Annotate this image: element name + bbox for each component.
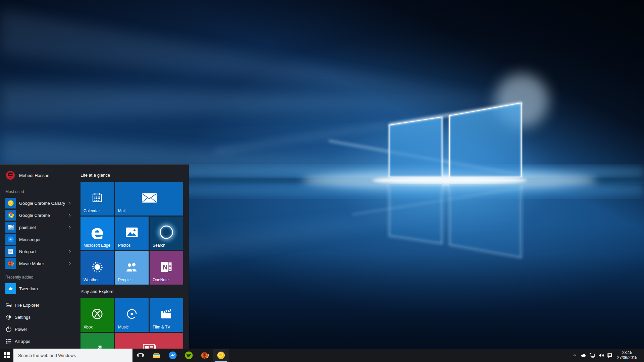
system-tray: 23:15 27/06/2015 bbox=[571, 349, 644, 362]
start-menu-tile-area: Life at a glance bbox=[77, 165, 189, 349]
chevron-right-icon[interactable] bbox=[68, 249, 71, 253]
tile-label: Calendar bbox=[84, 208, 100, 213]
tile-label: Photos bbox=[118, 243, 130, 248]
taskbar-icon-spotify[interactable] bbox=[181, 349, 197, 362]
edge-icon: e bbox=[91, 223, 104, 242]
tile-search[interactable]: Search bbox=[150, 217, 183, 250]
chrome-icon bbox=[5, 210, 16, 221]
film-tv-icon bbox=[160, 308, 173, 320]
taskbar-search[interactable] bbox=[13, 349, 132, 362]
tile-calendar[interactable]: Calendar bbox=[80, 182, 114, 216]
app-label: Messenger bbox=[19, 237, 41, 242]
tile-film-and-tv[interactable]: Film & TV bbox=[150, 298, 183, 332]
file-explorer-folder-icon bbox=[152, 351, 161, 360]
tile-weather[interactable]: Weather bbox=[80, 251, 114, 285]
movie-maker-icon bbox=[201, 351, 209, 360]
notepad-icon bbox=[5, 246, 16, 257]
task-view-button[interactable] bbox=[132, 349, 149, 362]
tile-label: People bbox=[118, 278, 130, 282]
start-item-all-apps[interactable]: All apps bbox=[0, 335, 77, 347]
most-used-label: Most used bbox=[5, 189, 77, 194]
taskbar-icon-movie-maker[interactable] bbox=[197, 349, 213, 362]
tile-photos[interactable]: Photos bbox=[115, 217, 149, 250]
app-label: Movie Maker bbox=[19, 261, 44, 266]
app-item-messenger[interactable]: Messenger bbox=[0, 233, 77, 245]
desktop: Mehedi Hassan Most used Google Chrome Ca… bbox=[0, 0, 644, 362]
partial-tile-news[interactable] bbox=[115, 333, 183, 349]
volume-icon[interactable] bbox=[597, 349, 605, 362]
clock-date: 27/06/2015 bbox=[617, 355, 637, 360]
chevron-right-icon[interactable] bbox=[68, 201, 71, 205]
xbox-icon bbox=[90, 307, 104, 321]
start-item-power[interactable]: Power bbox=[0, 323, 77, 335]
news-icon bbox=[142, 343, 157, 349]
show-desktop-button[interactable] bbox=[642, 349, 644, 362]
tile-xbox[interactable]: Xbox bbox=[80, 298, 114, 332]
file-explorer-icon bbox=[5, 302, 12, 308]
app-label: Google Chrome Canary bbox=[19, 201, 65, 206]
tile-onenote[interactable]: N OneNote bbox=[150, 251, 183, 285]
settings-icon bbox=[5, 314, 12, 320]
app-item-paintnet[interactable]: paint.net bbox=[0, 221, 77, 233]
search-ring-icon bbox=[160, 226, 173, 239]
user-profile[interactable]: Mehedi Hassan bbox=[6, 170, 77, 181]
tile-group-label: Play and Explore bbox=[80, 289, 189, 294]
start-menu-left-column: Mehedi Hassan Most used Google Chrome Ca… bbox=[0, 165, 77, 349]
start-button[interactable] bbox=[0, 349, 13, 362]
app-item-google-chrome-canary[interactable]: Google Chrome Canary bbox=[0, 197, 77, 209]
start-item-file-explorer[interactable]: File Explorer bbox=[0, 299, 77, 311]
task-view-icon bbox=[136, 351, 145, 360]
recently-added-label: Recently added bbox=[5, 275, 77, 280]
action-center-icon[interactable] bbox=[605, 349, 614, 362]
messenger-icon bbox=[5, 234, 16, 245]
power-icon bbox=[5, 326, 12, 333]
chrome-canary-icon bbox=[217, 351, 225, 360]
mail-icon bbox=[142, 192, 157, 203]
network-icon[interactable] bbox=[588, 349, 597, 362]
app-label: Google Chrome bbox=[19, 213, 50, 218]
taskbar-clock[interactable]: 23:15 27/06/2015 bbox=[614, 349, 640, 362]
paintnet-icon bbox=[5, 222, 16, 233]
tray-separator bbox=[641, 351, 641, 360]
user-name: Mehedi Hassan bbox=[19, 173, 49, 178]
search-input[interactable] bbox=[13, 349, 132, 362]
app-item-google-chrome[interactable]: Google Chrome bbox=[0, 209, 77, 221]
start-item-label: Power bbox=[15, 327, 27, 332]
app-item-notepad[interactable]: Notepad bbox=[0, 245, 77, 257]
people-icon bbox=[124, 261, 139, 273]
svg-text:N: N bbox=[163, 263, 167, 271]
taskbar: 23:15 27/06/2015 bbox=[0, 349, 644, 362]
tile-microsoft-edge[interactable]: e Microsoft Edge bbox=[80, 217, 114, 250]
tile-music[interactable]: Music bbox=[115, 298, 149, 332]
partial-tile-stock-chart[interactable] bbox=[80, 333, 114, 349]
tile-label: Mail bbox=[118, 208, 125, 213]
windows-logo-icon bbox=[4, 352, 10, 358]
taskbar-icon-file-explorer[interactable] bbox=[149, 349, 165, 362]
start-menu: Mehedi Hassan Most used Google Chrome Ca… bbox=[0, 164, 189, 349]
start-item-label: File Explorer bbox=[15, 303, 39, 308]
tray-chevron-up-icon[interactable] bbox=[571, 349, 579, 362]
spotify-icon bbox=[184, 351, 193, 360]
tile-label: Xbox bbox=[84, 325, 93, 329]
tile-mail[interactable]: Mail bbox=[115, 182, 183, 216]
most-used-list: Google Chrome Canary bbox=[0, 197, 77, 269]
tile-label: Music bbox=[118, 325, 128, 329]
tile-people[interactable]: People bbox=[115, 251, 149, 285]
app-item-tweetium[interactable]: Tweetium bbox=[0, 283, 77, 295]
taskbar-icon-messenger[interactable] bbox=[165, 349, 181, 362]
tile-label: Microsoft Edge bbox=[84, 243, 110, 248]
recently-added-list: Tweetium bbox=[0, 283, 77, 295]
start-item-label: Settings bbox=[15, 315, 31, 320]
user-avatar bbox=[6, 171, 15, 180]
start-item-settings[interactable]: Settings bbox=[0, 311, 77, 323]
chevron-right-icon[interactable] bbox=[68, 225, 71, 229]
chevron-right-icon[interactable] bbox=[68, 213, 71, 217]
onedrive-cloud-icon[interactable] bbox=[579, 349, 588, 362]
chevron-right-icon[interactable] bbox=[68, 261, 71, 265]
app-label: Tweetium bbox=[19, 286, 38, 291]
taskbar-icon-chrome-canary[interactable] bbox=[213, 349, 229, 362]
messenger-icon bbox=[168, 351, 177, 360]
app-item-movie-maker[interactable]: Movie Maker bbox=[0, 257, 77, 269]
clock-time: 23:15 bbox=[622, 350, 632, 355]
tile-group-life-at-a-glance: Calendar Mail e Microsoft Edge bbox=[80, 182, 189, 285]
